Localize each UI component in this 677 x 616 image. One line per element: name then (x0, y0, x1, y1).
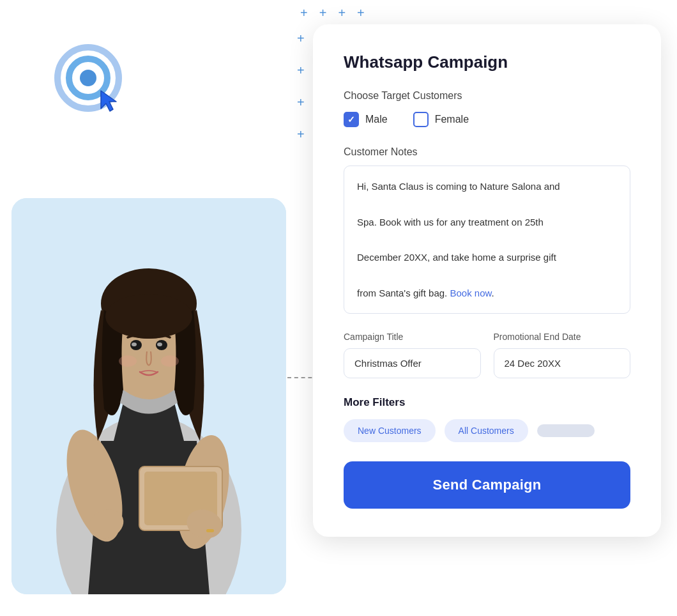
svg-point-15 (105, 294, 192, 339)
svg-point-18 (132, 343, 137, 346)
gender-checkbox-row: Male Female (344, 112, 630, 127)
plus-icon-7: + (297, 96, 305, 109)
person-photo-area (11, 198, 286, 594)
book-now-link[interactable]: Book now (450, 288, 491, 298)
all-customers-chip[interactable]: All Customers (445, 419, 528, 442)
promo-end-date-label: Promotional End Date (494, 332, 631, 342)
promo-end-date-input[interactable] (494, 348, 631, 378)
target-customers-label: Choose Target Customers (344, 90, 630, 102)
male-checkbox-item[interactable]: Male (344, 112, 388, 127)
filter-chips-row: New Customers All Customers (344, 419, 630, 442)
customer-notes-label: Customer Notes (344, 146, 630, 158)
plus-icon-6: + (297, 64, 305, 77)
target-icon (51, 38, 134, 121)
campaign-title-label: Campaign Title (344, 332, 481, 342)
svg-point-21 (161, 355, 179, 367)
notes-text: Hi, Santa Claus is coming to Nature Salo… (357, 181, 560, 298)
campaign-card: Whatsapp Campaign Choose Target Customer… (313, 24, 661, 537)
svg-point-19 (157, 343, 162, 346)
svg-rect-22 (206, 529, 214, 532)
plus-decoration-top: + + + + (300, 6, 365, 19)
svg-point-20 (119, 355, 137, 367)
plus-icon-2: + (319, 6, 327, 19)
plus-icon-5: + (297, 32, 305, 45)
scene: + + + + + + + + (0, 0, 677, 616)
campaign-title-input[interactable] (344, 348, 481, 378)
plus-decoration-left: + + + + (297, 32, 305, 141)
fields-row: Campaign Title Promotional End Date (344, 332, 630, 378)
plus-icon-1: + (300, 6, 308, 19)
promo-end-date-group: Promotional End Date (494, 332, 631, 378)
male-label: Male (365, 114, 388, 125)
female-checkbox-item[interactable]: Female (413, 112, 469, 127)
new-customers-chip[interactable]: New Customers (344, 419, 436, 442)
more-filters-label: More Filters (344, 396, 630, 409)
plus-icon-8: + (297, 128, 305, 141)
svg-point-2 (80, 70, 96, 86)
campaign-title-group: Campaign Title (344, 332, 481, 378)
male-checkbox[interactable] (344, 112, 359, 127)
send-campaign-button[interactable]: Send Campaign (344, 461, 630, 509)
plus-icon-3: + (338, 6, 346, 19)
empty-chip[interactable] (537, 424, 595, 437)
card-title: Whatsapp Campaign (344, 52, 630, 72)
female-label: Female (435, 114, 469, 125)
customer-notes-box[interactable]: Hi, Santa Claus is coming to Nature Salo… (344, 166, 630, 314)
person-placeholder (11, 198, 286, 594)
female-checkbox[interactable] (413, 112, 429, 127)
plus-icon-4: + (357, 6, 365, 19)
